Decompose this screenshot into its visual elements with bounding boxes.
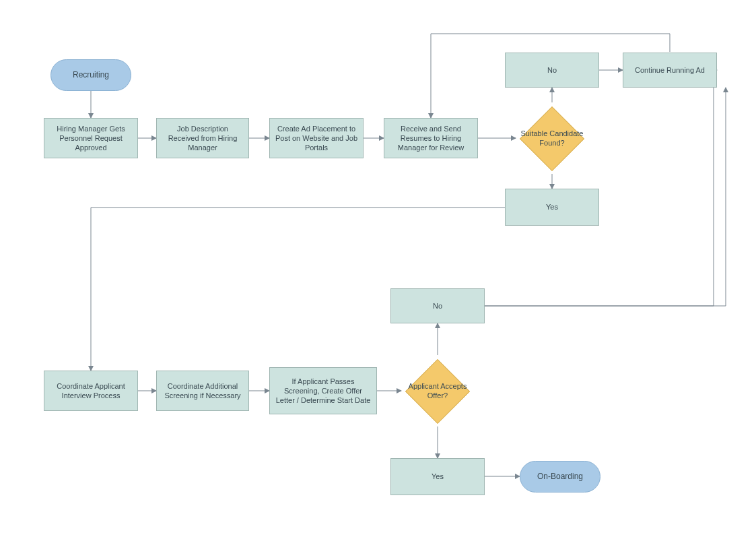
decision-d2: Applicant Accepts Offer? (405, 359, 470, 424)
process-p1: Hiring Manager Gets Personnel Request Ap… (44, 118, 138, 158)
process-d1-no: No (505, 53, 599, 88)
process-p2: Job Description Received from Hiring Man… (156, 118, 249, 158)
node-label: Receive and Send Resumes to Hiring Manag… (388, 124, 473, 153)
terminator-end: On-Boarding (520, 461, 600, 493)
process-p5: Coordinate Applicant Interview Process (44, 371, 138, 411)
process-p7: If Applicant Passes Screening, Create Of… (269, 367, 377, 414)
process-p3: Create Ad Placement to Post on Website a… (269, 118, 364, 158)
node-label: Hiring Manager Gets Personnel Request Ap… (48, 124, 133, 153)
node-label: If Applicant Passes Screening, Create Of… (274, 377, 372, 406)
decision-d1: Suitable Candidate Found? (520, 106, 584, 171)
node-label: Job Description Received from Hiring Man… (161, 124, 244, 153)
process-p6: Coordinate Additional Screening if Neces… (156, 371, 249, 411)
node-label: Create Ad Placement to Post on Website a… (274, 124, 359, 153)
node-label: No (433, 301, 442, 311)
process-p4: Receive and Send Resumes to Hiring Manag… (384, 118, 478, 158)
node-label: Suitable Candidate Found? (520, 129, 584, 148)
process-d2-no: No (390, 288, 485, 323)
node-label: Yes (546, 202, 558, 212)
node-label: On-Boarding (537, 472, 583, 482)
node-label: Applicant Accepts Offer? (405, 382, 470, 401)
node-label: Yes (432, 472, 444, 481)
node-label: Continue Running Ad (635, 65, 705, 75)
process-d1-yes: Yes (505, 189, 599, 226)
process-d2-yes: Yes (390, 458, 485, 495)
node-label: Coordinate Additional Screening if Neces… (161, 381, 244, 401)
node-label: Coordinate Applicant Interview Process (48, 381, 133, 401)
node-label: No (547, 65, 557, 75)
process-continue-ad: Continue Running Ad (623, 53, 717, 88)
node-label: Recruiting (73, 70, 109, 81)
terminator-start: Recruiting (50, 59, 131, 91)
